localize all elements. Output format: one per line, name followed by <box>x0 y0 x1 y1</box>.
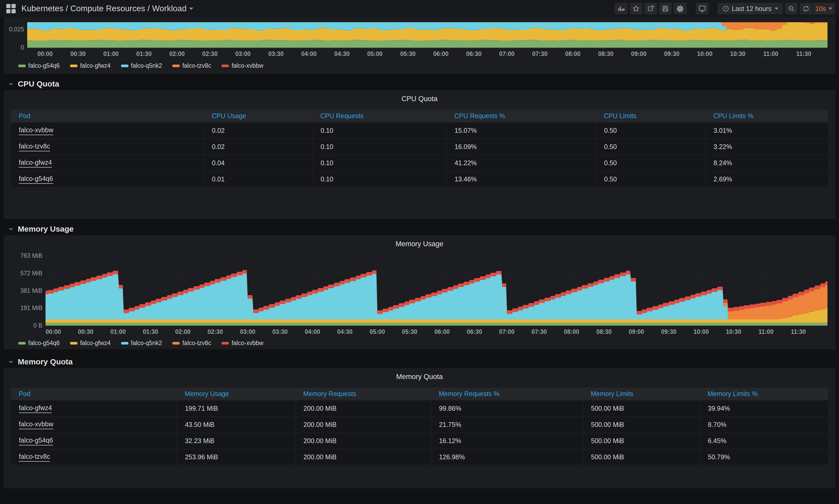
column-header-cpu-requests-pct[interactable]: CPU Requests % <box>446 112 596 120</box>
legend-item[interactable]: falco-tzv8c <box>172 340 211 347</box>
table-row: falco-tzv8c 0.02 0.10 16.09% 0.50 3.22% <box>11 139 828 155</box>
save-button[interactable] <box>659 3 672 14</box>
pod-link[interactable]: falco-g54q6 <box>19 175 53 184</box>
pod-link[interactable]: falco-xvbbw <box>19 126 53 135</box>
legend-swatch <box>70 342 77 344</box>
table-row: falco-gfwz4 199.71 MiB 200.00 MiB 99.86%… <box>11 401 828 416</box>
chevron-down-icon <box>775 7 778 10</box>
cpu-usage-panel: 00.02500:0000:3001:0001:3002:0002:3003:0… <box>4 17 835 74</box>
svg-text:00:00: 00:00 <box>37 51 53 57</box>
svg-text:04:30: 04:30 <box>334 51 350 57</box>
table-row: falco-xvbbw 43.50 MiB 200.00 MiB 21.75% … <box>11 417 828 432</box>
legend-item[interactable]: falco-tzv8c <box>172 62 211 69</box>
pod-link[interactable]: falco-tzv8c <box>19 453 50 462</box>
cpu-usage-chart[interactable]: 00.02500:0000:3001:0001:3002:0002:3003:0… <box>4 17 835 61</box>
column-header-cpu-requests[interactable]: CPU Requests <box>313 112 446 120</box>
zoom-out-button[interactable] <box>785 3 798 14</box>
svg-text:10:30: 10:30 <box>726 328 741 335</box>
cell-memory-limits: 500.00 MiB <box>583 449 700 465</box>
pod-link[interactable]: falco-g54q6 <box>19 436 53 446</box>
table-row: falco-tzv8c 253.96 MiB 200.00 MiB 126.98… <box>11 449 828 465</box>
svg-text:06:00: 06:00 <box>433 51 448 57</box>
legend-swatch <box>172 65 180 67</box>
monitor-icon <box>698 5 706 13</box>
section-memory-quota[interactable]: Memory Quota <box>0 356 839 368</box>
svg-text:02:00: 02:00 <box>169 51 185 57</box>
svg-text:08:30: 08:30 <box>598 51 613 57</box>
section-cpu-quota[interactable]: CPU Quota <box>0 78 839 90</box>
time-range-label: Last 12 hours <box>732 5 771 13</box>
column-header-memory-limits[interactable]: Memory Limits <box>583 390 700 398</box>
pod-link[interactable]: falco-gfwz4 <box>19 404 52 413</box>
table-row: falco-g54q6 0.01 0.10 13.46% 0.50 2.69% <box>11 172 828 187</box>
cell-cpu-limits: 0.50 <box>596 172 706 187</box>
legend-item[interactable]: falco-gfwz4 <box>70 340 110 347</box>
refresh-interval-picker[interactable]: 10s <box>813 3 835 14</box>
cell-cpu-limits-pct: 3.22% <box>706 139 828 155</box>
time-range-picker[interactable]: Last 12 hours <box>718 3 783 14</box>
settings-button[interactable] <box>674 3 687 14</box>
svg-text:08:30: 08:30 <box>596 328 612 335</box>
svg-text:02:30: 02:30 <box>208 328 223 335</box>
chevron-down-icon <box>828 7 832 10</box>
svg-text:10:30: 10:30 <box>730 51 746 57</box>
cpu-quota-panel: CPU Quota Pod CPU Usage CPU Requests CPU… <box>4 90 835 219</box>
legend-item[interactable]: falco-gfwz4 <box>70 62 110 69</box>
panel-title: CPU Quota <box>4 90 835 103</box>
grafana-apps-icon[interactable] <box>6 4 16 13</box>
memory-quota-panel: Memory Quota Pod Memory Usage Memory Req… <box>4 368 835 488</box>
star-button[interactable] <box>630 3 642 14</box>
legend-item[interactable]: falco-xvbbw <box>221 340 263 347</box>
cycle-view-button[interactable] <box>696 3 709 14</box>
svg-text:02:00: 02:00 <box>175 328 191 335</box>
column-header-pod[interactable]: Pod <box>11 390 177 398</box>
column-header-cpu-limits-pct[interactable]: CPU Limits % <box>706 112 828 120</box>
column-header-memory-limits-pct[interactable]: Memory Limits % <box>700 390 828 398</box>
svg-text:09:00: 09:00 <box>629 328 644 335</box>
svg-text:09:00: 09:00 <box>631 51 646 57</box>
pod-link[interactable]: falco-xvbbw <box>19 420 53 429</box>
cell-cpu-requests-pct: 15.07% <box>446 123 596 138</box>
svg-text:0 B: 0 B <box>33 322 42 329</box>
legend-item[interactable]: falco-q5nk2 <box>121 62 162 69</box>
column-header-cpu-usage[interactable]: CPU Usage <box>204 112 312 120</box>
column-header-memory-requests[interactable]: Memory Requests <box>295 390 431 398</box>
star-icon <box>632 5 640 12</box>
table-header-row: Pod CPU Usage CPU Requests CPU Requests … <box>11 110 828 122</box>
legend-swatch <box>221 342 229 344</box>
cell-cpu-requests-pct: 16.09% <box>446 139 596 155</box>
svg-text:04:00: 04:00 <box>301 51 317 57</box>
svg-text:11:30: 11:30 <box>791 328 806 335</box>
section-memory-usage[interactable]: Memory Usage <box>0 223 839 235</box>
svg-text:05:00: 05:00 <box>370 328 385 335</box>
legend-item[interactable]: falco-g54q6 <box>18 62 60 69</box>
cpu-usage-legend: falco-g54q6 falco-gfwz4 falco-q5nk2 falc… <box>4 61 835 72</box>
pod-link[interactable]: falco-tzv8c <box>19 142 50 151</box>
gear-icon <box>676 5 684 13</box>
add-panel-button[interactable] <box>614 3 628 14</box>
memory-quota-table: Pod Memory Usage Memory Requests Memory … <box>11 388 828 465</box>
svg-text:03:00: 03:00 <box>235 51 251 57</box>
svg-text:05:30: 05:30 <box>402 328 417 335</box>
svg-text:0.025: 0.025 <box>9 26 24 33</box>
column-header-pod[interactable]: Pod <box>11 112 204 120</box>
memory-usage-chart[interactable]: 0 B191 MiB381 MiB572 MiB763 MiB00:0000:3… <box>4 251 835 338</box>
cell-cpu-usage: 0.02 <box>204 123 312 138</box>
pod-link[interactable]: falco-gfwz4 <box>19 159 52 167</box>
share-button[interactable] <box>644 3 657 14</box>
table-row: falco-g54q6 32.23 MiB 200.00 MiB 16.12% … <box>11 433 828 449</box>
cell-memory-usage: 253.96 MiB <box>177 449 295 465</box>
column-header-cpu-limits[interactable]: CPU Limits <box>596 112 706 120</box>
svg-text:07:00: 07:00 <box>499 51 515 57</box>
legend-item[interactable]: falco-xvbbw <box>221 62 263 69</box>
column-header-memory-requests-pct[interactable]: Memory Requests % <box>431 390 583 398</box>
legend-item[interactable]: falco-g54q6 <box>18 340 60 347</box>
svg-text:07:30: 07:30 <box>532 51 548 57</box>
refresh-button[interactable] <box>800 3 812 14</box>
column-header-memory-usage[interactable]: Memory Usage <box>177 390 295 398</box>
svg-text:191 MiB: 191 MiB <box>20 305 42 311</box>
cell-cpu-limits: 0.50 <box>596 139 706 155</box>
chevron-down-icon <box>8 226 14 232</box>
legend-item[interactable]: falco-q5nk2 <box>121 340 162 347</box>
dashboard-title-button[interactable]: Kubernetes / Compute Resources / Workloa… <box>21 4 193 13</box>
